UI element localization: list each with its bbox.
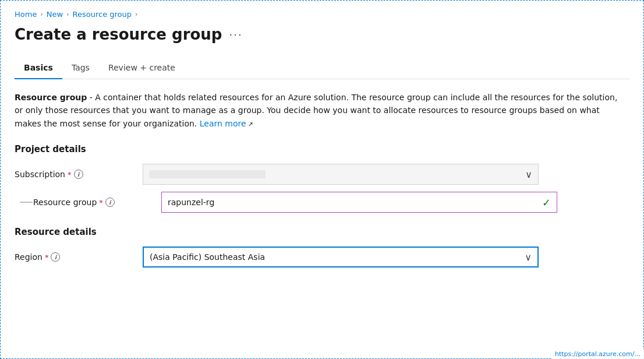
breadcrumb-new[interactable]: New [47, 10, 63, 19]
resource-group-label: Resource group * i [33, 198, 161, 207]
subscription-dropdown[interactable]: ∨ [143, 164, 539, 185]
region-info-icon[interactable]: i [51, 252, 60, 262]
project-details-title: Project details [15, 144, 629, 154]
breadcrumb-sep-3: › [135, 10, 137, 18]
resource-details-section: Resource details Region * i (Asia Pacifi… [15, 227, 629, 268]
resource-group-control-wrapper: rapunzel-rg ✓ [161, 192, 557, 213]
resource-group-check-icon: ✓ [542, 196, 551, 209]
breadcrumb-sep-1: › [40, 10, 43, 18]
page-title: Create a resource group [15, 26, 222, 43]
project-details-section: Project details Subscription * i ∨ [15, 144, 629, 213]
learn-more-link[interactable]: Learn more [200, 119, 246, 128]
tabs-container: Basics Tags Review + create [15, 57, 629, 79]
description-body: - A container that holds related resourc… [15, 93, 617, 128]
breadcrumb-home[interactable]: Home [15, 10, 37, 19]
tab-tags[interactable]: Tags [62, 57, 99, 79]
breadcrumb-resource-group[interactable]: Resource group [73, 10, 132, 19]
breadcrumb-sep-2: › [66, 10, 69, 18]
horizontal-connector-wrapper [20, 192, 33, 213]
connector-area [15, 192, 33, 213]
region-dropdown[interactable]: (Asia Pacific) Southeast Asia ∨ [143, 247, 539, 268]
region-row: Region * i (Asia Pacific) Southeast Asia… [15, 247, 629, 268]
resource-group-input[interactable]: rapunzel-rg ✓ [161, 192, 557, 213]
region-control-wrapper: (Asia Pacific) Southeast Asia ∨ [143, 247, 539, 268]
resource-group-required-star: * [99, 198, 103, 207]
resource-group-value: rapunzel-rg [168, 198, 214, 207]
page-container: Home › New › Resource group › Create a r… [0, 0, 644, 359]
subscription-dropdown-arrow-icon: ∨ [525, 169, 532, 180]
tab-review-create[interactable]: Review + create [99, 57, 185, 79]
subscription-blurred-value [149, 170, 266, 178]
region-required-star: * [45, 253, 49, 262]
subscription-control-wrapper: ∨ [143, 164, 539, 185]
subscription-row: Subscription * i ∨ [15, 164, 629, 185]
breadcrumb: Home › New › Resource group › [15, 10, 629, 19]
url-status-bar: https://portal.azure.com/... [551, 349, 644, 359]
description-text: Resource group - A container that holds … [15, 91, 626, 130]
page-title-row: Create a resource group ··· [15, 26, 629, 43]
description-bold: Resource group [15, 93, 87, 102]
subscription-required-star: * [68, 170, 72, 179]
region-label: Region * i [15, 252, 143, 262]
more-options-icon[interactable]: ··· [229, 29, 242, 41]
region-value: (Asia Pacific) Southeast Asia [150, 252, 265, 262]
external-link-icon: ↗ [248, 121, 253, 128]
subscription-info-icon[interactable]: i [74, 170, 83, 179]
subscription-label: Subscription * i [15, 170, 143, 179]
subscription-label-text: Subscription [15, 170, 65, 179]
tab-basics[interactable]: Basics [15, 57, 62, 79]
region-dropdown-arrow-icon: ∨ [525, 252, 532, 263]
resource-group-inner: Resource group * i rapunzel-rg ✓ [33, 192, 629, 213]
resource-group-info-icon[interactable]: i [105, 198, 115, 207]
horizontal-line [20, 202, 33, 203]
resource-group-row-wrapper: Resource group * i rapunzel-rg ✓ [15, 192, 629, 213]
resource-group-label-text: Resource group [33, 198, 97, 207]
region-label-text: Region [15, 252, 43, 262]
resource-details-title: Resource details [15, 227, 629, 237]
